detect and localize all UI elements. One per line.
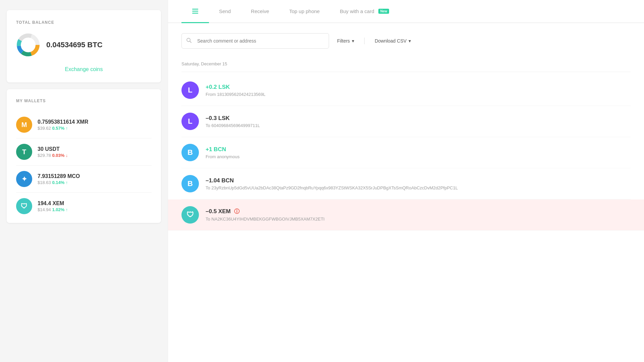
- wallet-amount: 30 USDT: [38, 146, 152, 152]
- balance-amount: 0.04534695 BTC: [46, 41, 103, 49]
- wallet-fiat: $18.63 0.14% ↑: [38, 180, 152, 185]
- transactions-list: L+0.2 LSKFrom 181309562042421356​9LL–0.3…: [181, 75, 631, 231]
- tab-bar: Send Receive Top up phone Buy with a car…: [168, 0, 644, 23]
- tx-details: +1 BCNFrom anonymous: [206, 146, 631, 159]
- wallet-amount: 7.93151289 MCO: [38, 173, 152, 179]
- transaction-item[interactable]: 🛡–0.5 XEM ⓘTo NA2KC36U4YIHDVMBEKGGFWBGOI…: [168, 199, 644, 231]
- svg-rect-8: [192, 13, 198, 14]
- my-wallets-title: MY WALLETS: [16, 99, 152, 103]
- wallet-item[interactable]: 🛡194.4 XEM$14.94 1.02% ↑: [16, 193, 152, 220]
- tab-topup-label: Top up phone: [289, 8, 320, 14]
- tx-address: From anonymous: [206, 154, 631, 159]
- transaction-item[interactable]: B–1.04 BCNTo 23yRzbnUp5dGd5vUUa2bDAc38Qt…: [181, 168, 631, 199]
- tab-transactions[interactable]: [181, 0, 209, 23]
- tx-amount: –1.04 BCN: [206, 177, 631, 184]
- tx-amount: –0.5 XEM ⓘ: [206, 208, 631, 215]
- tab-send[interactable]: Send: [209, 1, 241, 22]
- tx-details: +0.2 LSKFrom 181309562042421356​9L: [206, 84, 631, 97]
- wallets-list: M0.75953811614 XMR$39.62 0.57% ↑T30 USDT…: [16, 111, 152, 220]
- svg-rect-6: [192, 9, 198, 10]
- search-box: [181, 33, 329, 49]
- tx-amount: –0.3 LSK: [206, 115, 631, 122]
- tab-send-label: Send: [219, 8, 231, 14]
- wallet-icon: T: [16, 144, 32, 160]
- tx-amount: +1 BCN: [206, 146, 631, 153]
- tx-warning-icon: ⓘ: [233, 208, 239, 214]
- download-csv-button[interactable]: Download CSV ▾: [373, 36, 412, 46]
- download-csv-label: Download CSV: [375, 38, 407, 44]
- filters-label: Filters: [337, 38, 350, 44]
- filters-chevron-icon: ▾: [352, 38, 354, 44]
- content-area: Filters ▾ Download CSV ▾ Saturday, Decem…: [168, 23, 644, 362]
- transaction-item[interactable]: L+0.2 LSKFrom 181309562042421356​9L: [181, 75, 631, 106]
- wallet-item[interactable]: M0.75953811614 XMR$39.62 0.57% ↑: [16, 111, 152, 138]
- tab-buywithcard-label: Buy with a card: [340, 8, 374, 14]
- wallet-change: 1.02% ↑: [52, 207, 68, 212]
- wallet-icon: 🛡: [16, 198, 32, 214]
- right-panel: Send Receive Top up phone Buy with a car…: [168, 0, 644, 362]
- download-csv-chevron-icon: ▾: [409, 38, 411, 44]
- exchange-coins-link[interactable]: Exchange coins: [16, 66, 152, 72]
- transaction-item[interactable]: B+1 BCNFrom anonymous: [181, 137, 631, 168]
- wallet-item[interactable]: ✦7.93151289 MCO$18.63 0.14% ↑: [16, 166, 152, 193]
- wallet-icon: M: [16, 117, 32, 133]
- transaction-item[interactable]: L–0.3 LSKTo 60409684569649997​11L: [181, 106, 631, 137]
- tx-avatar: L: [181, 81, 199, 99]
- tx-avatar: 🛡: [181, 206, 199, 224]
- donut-chart: [16, 33, 40, 57]
- tx-avatar: L: [181, 113, 199, 130]
- tx-avatar: B: [181, 144, 199, 161]
- wallet-change: 0.03% ↓: [52, 153, 68, 158]
- svg-rect-7: [192, 11, 198, 12]
- filters-button[interactable]: Filters ▾: [336, 36, 356, 46]
- wallet-fiat: $39.62 0.57% ↑: [38, 126, 152, 131]
- total-balance-title: TOTAL BALANCE: [16, 20, 152, 25]
- wallet-item[interactable]: T30 USDT$29.78 0.03% ↓: [16, 138, 152, 166]
- total-balance-card: TOTAL BALANCE 0.04534695 BTC Exchange co…: [7, 10, 161, 82]
- wallet-details: 30 USDT$29.78 0.03% ↓: [38, 146, 152, 158]
- transactions-icon: [192, 7, 199, 15]
- wallet-details: 194.4 XEM$14.94 1.02% ↑: [38, 200, 152, 212]
- badge-new: New: [378, 9, 389, 14]
- wallet-details: 7.93151289 MCO$18.63 0.14% ↑: [38, 173, 152, 185]
- date-separator: Saturday, December 15: [181, 59, 631, 72]
- wallet-amount: 194.4 XEM: [38, 200, 152, 206]
- tab-topup[interactable]: Top up phone: [279, 1, 330, 22]
- tx-details: –0.3 LSKTo 60409684569649997​11L: [206, 115, 631, 128]
- wallet-change: 0.14% ↑: [52, 180, 68, 185]
- balance-row: 0.04534695 BTC: [16, 33, 152, 57]
- tab-receive[interactable]: Receive: [241, 1, 279, 22]
- svg-line-10: [190, 41, 191, 43]
- wallets-card: MY WALLETS M0.75953811614 XMR$39.62 0.57…: [7, 89, 161, 223]
- wallet-details: 0.75953811614 XMR$39.62 0.57% ↑: [38, 119, 152, 131]
- tx-details: –1.04 BCNTo 23yRzbnUp5dGd5vUUa2bDAc38Qta…: [206, 177, 631, 190]
- search-input[interactable]: [181, 33, 329, 49]
- tx-amount: +0.2 LSK: [206, 84, 631, 90]
- left-panel: TOTAL BALANCE 0.04534695 BTC Exchange co…: [0, 0, 168, 362]
- wallet-icon: ✦: [16, 171, 32, 187]
- wallet-fiat: $14.94 1.02% ↑: [38, 207, 152, 212]
- tx-address: To 23yRzbnUp5dGd5vUUa2bDAc38QtaPz9GD2fnq…: [206, 185, 631, 190]
- search-filter-row: Filters ▾ Download CSV ▾: [181, 33, 631, 49]
- tx-details: –0.5 XEM ⓘTo NA2KC36U4YIHDVMBEKGGFWBGOIV…: [206, 208, 631, 222]
- wallet-amount: 0.75953811614 XMR: [38, 119, 152, 125]
- search-icon: [186, 38, 192, 44]
- tx-address: From 181309562042421356​9L: [206, 92, 631, 97]
- tx-avatar: B: [181, 175, 199, 192]
- tx-address: To NA2KC36U4YIHDVMBEKGGFWBGOIVJMB5XAM7X2…: [206, 217, 631, 222]
- wallet-fiat: $29.78 0.03% ↓: [38, 153, 152, 158]
- tab-receive-label: Receive: [251, 8, 269, 14]
- tx-address: To 60409684569649997​11L: [206, 123, 631, 128]
- divider: [364, 38, 365, 44]
- tab-buywithcard[interactable]: Buy with a card New: [330, 1, 399, 22]
- wallet-change: 0.57% ↑: [52, 126, 68, 131]
